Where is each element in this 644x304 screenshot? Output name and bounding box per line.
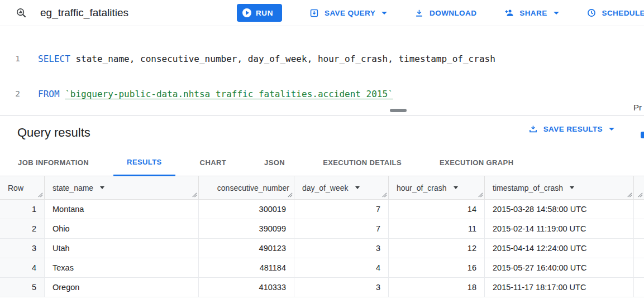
table-row: 2 Ohio 390099 7 11 2015-02-14 11:19:00 U… [0, 219, 644, 239]
header-hour-of-crash[interactable]: hour_of_crash [389, 176, 485, 199]
schedule-button[interactable]: SCHEDULE [586, 7, 644, 18]
cell-spacer [634, 219, 644, 238]
clipped-action-icon[interactable] [641, 132, 644, 138]
cell-hour-of-crash: 16 [389, 258, 485, 277]
cell-state-name: Utah [45, 239, 199, 258]
cell-spacer [634, 278, 644, 297]
column-resize-handle[interactable] [192, 192, 197, 197]
run-button[interactable]: RUN [237, 4, 282, 22]
cell-day-of-week: 3 [294, 278, 389, 297]
code-line: 2 FROM`bigquery-public-data.nhtsa_traffi… [0, 88, 644, 100]
tab-chart[interactable]: CHART [187, 149, 240, 176]
cell-consecutive-number: 490123 [199, 239, 294, 258]
cell-consecutive-number: 300019 [199, 200, 294, 219]
clock-icon [586, 7, 597, 18]
cell-day-of-week: 3 [294, 239, 389, 258]
column-resize-handle[interactable] [627, 192, 632, 197]
save-results-caret-icon [609, 128, 614, 131]
sort-caret-icon [355, 186, 360, 189]
column-resize-handle[interactable] [638, 192, 643, 197]
cell-row-number: 5 [0, 278, 45, 297]
cell-timestamp-of-crash: 2015-04-14 12:24:00 UTC [485, 239, 634, 258]
cell-day-of-week: 4 [294, 258, 389, 277]
cell-consecutive-number: 390099 [199, 219, 294, 238]
cell-state-name: Ohio [45, 219, 199, 238]
table-row: 3 Utah 490123 3 12 2015-04-14 12:24:00 U… [0, 239, 644, 258]
tab-json[interactable]: JSON [251, 149, 298, 176]
sql-table-ref[interactable]: `bigquery-public-data.nhtsa_traffic_fata… [65, 89, 393, 99]
person-add-icon [503, 7, 514, 18]
save-query-caret-icon [381, 12, 387, 15]
tab-execution-details[interactable]: EXECUTION DETAILS [309, 149, 415, 176]
results-tab-bar: JOB INFORMATION RESULTS CHART JSON EXECU… [0, 149, 644, 176]
query-tab-icon [15, 7, 27, 19]
sql-text: state_name, consecutive_number, day_of_w… [75, 54, 495, 64]
results-table: Row state_name consecutive_number day_of… [0, 176, 644, 297]
topbar-actions: RUN SAVE QUERY DOWNLOAD [237, 0, 644, 26]
header-spacer [634, 176, 644, 199]
cell-hour-of-crash: 12 [389, 239, 485, 258]
share-button[interactable]: SHARE [503, 7, 559, 18]
table-row: 1 Montana 300019 7 14 2015-03-28 14:58:0… [0, 200, 644, 219]
table-row: 4 Texas 481184 4 16 2015-05-27 16:40:00 … [0, 258, 644, 278]
results-title: Query results [17, 126, 90, 140]
results-header: Query results SAVE RESULTS [0, 116, 644, 149]
sql-editor[interactable]: 1 SELECTstate_name, consecutive_number, … [0, 26, 644, 107]
cell-timestamp-of-crash: 2015-02-14 11:19:00 UTC [485, 219, 634, 238]
cell-timestamp-of-crash: 2015-05-27 16:40:00 UTC [485, 258, 634, 277]
save-results-icon [528, 124, 538, 134]
save-query-button[interactable]: SAVE QUERY [309, 8, 387, 18]
table-row: 5 Oregon 410333 3 18 2015-11-17 18:17:00… [0, 278, 644, 297]
cell-consecutive-number: 410333 [199, 278, 294, 297]
cell-spacer [634, 258, 644, 277]
header-state-name[interactable]: state_name [45, 176, 199, 199]
header-day-of-week[interactable]: day_of_week [294, 176, 389, 199]
line-number: 2 [0, 88, 27, 100]
line-number: 1 [0, 53, 27, 65]
column-resize-handle[interactable] [382, 192, 387, 197]
column-resize-handle[interactable] [478, 192, 483, 197]
cell-row-number: 4 [0, 258, 45, 277]
cell-state-name: Texas [45, 258, 199, 277]
sort-caret-icon [100, 186, 104, 189]
header-row-number: Row [0, 176, 45, 199]
query-tab-title: eg_traffic_fatalities [40, 7, 128, 19]
code-line: 1 SELECTstate_name, consecutive_number, … [0, 53, 644, 65]
cell-row-number: 3 [0, 239, 45, 258]
header-consecutive-number[interactable]: consecutive_number [199, 176, 294, 199]
cell-state-name: Montana [45, 200, 199, 219]
cell-timestamp-of-crash: 2015-03-28 14:58:00 UTC [485, 200, 634, 219]
save-icon [309, 8, 319, 18]
cell-spacer [634, 200, 644, 219]
cell-hour-of-crash: 14 [389, 200, 485, 219]
column-resize-handle[interactable] [288, 192, 293, 197]
cell-day-of-week: 7 [294, 219, 389, 238]
tab-job-information[interactable]: JOB INFORMATION [4, 149, 102, 176]
header-timestamp-of-crash[interactable]: timestamp_of_crash [485, 176, 634, 199]
cell-hour-of-crash: 18 [389, 278, 485, 297]
sort-caret-icon [570, 186, 574, 189]
cell-state-name: Oregon [45, 278, 199, 297]
cell-timestamp-of-crash: 2015-11-17 18:17:00 UTC [485, 278, 634, 297]
cell-row-number: 2 [0, 219, 45, 238]
column-resize-handle[interactable] [38, 192, 43, 197]
tab-results[interactable]: RESULTS [113, 149, 175, 176]
play-icon [242, 8, 251, 17]
divider-drag-handle[interactable] [390, 109, 407, 112]
tab-execution-graph[interactable]: EXECUTION GRAPH [426, 149, 527, 176]
cell-day-of-week: 7 [294, 200, 389, 219]
save-results-button[interactable]: SAVE RESULTS [528, 124, 614, 134]
table-header-row: Row state_name consecutive_number day_of… [0, 176, 644, 200]
download-button[interactable]: DOWNLOAD [414, 8, 476, 18]
cell-row-number: 1 [0, 200, 45, 219]
sort-caret-icon [454, 186, 458, 189]
pane-divider [0, 107, 644, 116]
download-icon [414, 8, 424, 18]
cell-spacer [634, 239, 644, 258]
editor-topbar: eg_traffic_fatalities RUN SAVE QUERY DOW… [0, 0, 644, 26]
sql-keyword: SELECT [38, 54, 70, 64]
cell-consecutive-number: 481184 [199, 258, 294, 277]
cell-hour-of-crash: 11 [389, 219, 485, 238]
share-caret-icon [554, 12, 559, 15]
sql-keyword: FROM [38, 89, 60, 99]
